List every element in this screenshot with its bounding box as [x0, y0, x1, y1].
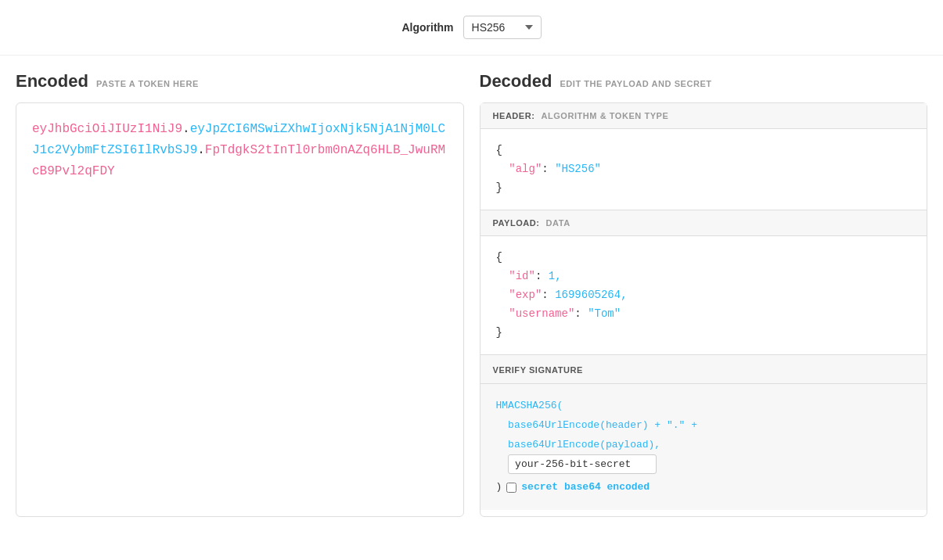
header-section-content: { "alg": "HS256" } [480, 129, 927, 210]
encoded-header: Encoded PASTE A TOKEN HERE [16, 71, 464, 92]
header-section-sub: ALGORITHM & TOKEN TYPE [541, 111, 668, 120]
payload-username-value: "Tom" [588, 307, 621, 320]
payload-section-sub: DATA [546, 218, 570, 228]
decoded-header: Decoded EDIT THE PAYLOAD AND SECRET [480, 71, 928, 92]
payload-id-key: "id" [509, 270, 535, 282]
decoded-box: HEADER: ALGORITHM & TOKEN TYPE { "alg": … [480, 102, 928, 517]
verify-header: VERIFY SIGNATURE [480, 355, 927, 384]
payload-exp-value: 1699605264, [555, 289, 627, 301]
checkbox-row: ) secret base64 encoded [496, 478, 912, 497]
base64-checkbox[interactable] [506, 483, 516, 493]
encoded-title: Encoded [16, 71, 88, 92]
checkbox-label: secret base64 encoded [521, 478, 650, 497]
payload-section-content: { "id": 1, "exp": 1699605264, "username"… [480, 236, 927, 354]
decoded-title: Decoded [480, 71, 552, 92]
verify-section: VERIFY SIGNATURE HMACSHA256( base64UrlEn… [480, 355, 927, 509]
algorithm-select[interactable]: HS256 HS384 HS512 RS256 [463, 16, 542, 39]
close-paren: ) [496, 478, 502, 497]
algorithm-label: Algorithm [401, 21, 453, 34]
payload-exp-key: "exp" [509, 289, 542, 301]
token-part1: eyJhbGciOiJIUzI1NiJ9 [32, 122, 182, 136]
verify-func-name: HMACSHA256( [496, 400, 563, 411]
header-section: HEADER: ALGORITHM & TOKEN TYPE { "alg": … [480, 103, 927, 210]
encoded-subtitle: PASTE A TOKEN HERE [96, 79, 199, 88]
payload-username-key: "username" [509, 307, 574, 320]
payload-id-value: 1, [549, 270, 562, 282]
payload-section-header: PAYLOAD: DATA [480, 210, 927, 236]
header-alg-key: "alg" [509, 163, 542, 175]
verify-line2: base64UrlEncode(payload), [508, 439, 660, 451]
header-section-title: HEADER: [493, 111, 535, 120]
token-dot1: . [182, 122, 190, 136]
encoded-box[interactable]: eyJhbGciOiJIUzI1NiJ9.eyJpZCI6MSwiZXhwIjo… [16, 102, 464, 517]
main-content: Encoded PASTE A TOKEN HERE eyJhbGciOiJIU… [0, 56, 943, 533]
verify-header-title: VERIFY SIGNATURE [493, 365, 583, 375]
encoded-token: eyJhbGciOiJIUzI1NiJ9.eyJpZCI6MSwiZXhwIjo… [32, 119, 448, 183]
header-section-header: HEADER: ALGORITHM & TOKEN TYPE [480, 103, 927, 129]
verify-code: HMACSHA256( base64UrlEncode(header) + ".… [496, 397, 912, 497]
payload-json: { "id": 1, "exp": 1699605264, "username"… [496, 249, 912, 342]
verify-content: HMACSHA256( base64UrlEncode(header) + ".… [480, 384, 927, 509]
algorithm-bar: Algorithm HS256 HS384 HS512 RS256 [0, 0, 943, 56]
payload-section-title: PAYLOAD: [493, 218, 540, 228]
header-alg-value: "HS256" [555, 163, 601, 175]
token-dot2: . [197, 143, 205, 157]
header-json: { "alg": "HS256" } [496, 142, 912, 197]
verify-line1: base64UrlEncode(header) + "." + [508, 419, 697, 431]
decoded-panel: Decoded EDIT THE PAYLOAD AND SECRET HEAD… [480, 71, 928, 517]
payload-section: PAYLOAD: DATA { "id": 1, "exp": 16996052… [480, 210, 927, 355]
encoded-panel: Encoded PASTE A TOKEN HERE eyJhbGciOiJIU… [16, 71, 464, 517]
decoded-subtitle: EDIT THE PAYLOAD AND SECRET [560, 79, 711, 88]
secret-input[interactable] [508, 454, 657, 474]
